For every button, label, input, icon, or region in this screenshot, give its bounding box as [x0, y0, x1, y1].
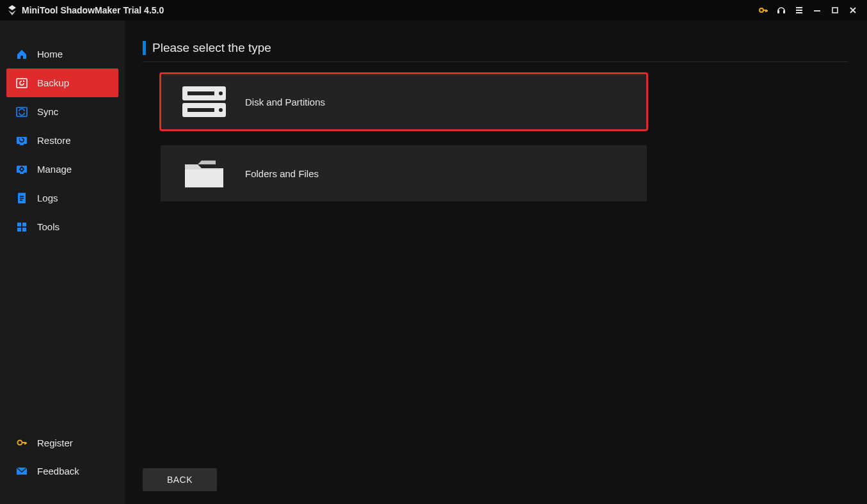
back-button-label: BACK — [167, 475, 193, 485]
sync-icon — [15, 106, 28, 118]
folder-icon — [179, 155, 230, 191]
disk-icon — [179, 84, 230, 120]
menu-icon[interactable] — [790, 1, 808, 19]
option-folders-and-files[interactable]: Folders and Files — [161, 145, 647, 201]
option-label: Disk and Partitions — [245, 97, 325, 107]
sidebar-item-logs[interactable]: Logs — [6, 184, 118, 212]
sidebar-item-label: Feedback — [37, 466, 79, 476]
sidebar-item-label: Home — [37, 49, 63, 59]
svg-rect-2 — [783, 10, 785, 13]
sidebar-item-tools[interactable]: Tools — [6, 212, 118, 241]
svg-rect-24 — [185, 169, 223, 187]
sidebar-item-home[interactable]: Home — [6, 40, 118, 68]
sidebar-item-manage[interactable]: Manage — [6, 155, 118, 184]
page-title-row: Please select the type — [143, 41, 848, 62]
svg-rect-9 — [20, 173, 24, 174]
svg-rect-15 — [22, 228, 26, 232]
app-logo-icon — [6, 4, 18, 16]
manage-icon — [15, 163, 28, 176]
option-label: Folders and Files — [245, 168, 319, 179]
mail-icon — [15, 464, 28, 477]
back-button[interactable]: BACK — [143, 468, 217, 491]
content-area: Please select the type Disk and Partitio… — [125, 20, 867, 504]
sidebar-item-feedback[interactable]: Feedback — [6, 457, 118, 485]
svg-point-23 — [219, 108, 223, 112]
logs-icon — [15, 192, 28, 205]
sidebar-item-label: Sync — [37, 106, 58, 117]
sidebar-item-register[interactable]: Register — [6, 429, 118, 457]
svg-point-22 — [219, 91, 223, 95]
sidebar-item-restore[interactable]: Restore — [6, 126, 118, 155]
page-title: Please select the type — [152, 41, 271, 55]
sidebar-item-label: Logs — [37, 193, 58, 203]
svg-rect-7 — [20, 144, 24, 145]
title-accent — [143, 41, 146, 55]
sidebar-item-label: Restore — [37, 135, 71, 146]
minimize-button[interactable] — [808, 1, 826, 19]
sidebar: Home Backup — [0, 20, 125, 504]
svg-rect-4 — [17, 79, 27, 88]
app-title: MiniTool ShadowMaker Trial 4.5.0 — [22, 5, 164, 15]
restore-icon — [15, 134, 28, 147]
maximize-button[interactable] — [826, 1, 844, 19]
svg-point-16 — [18, 441, 22, 445]
sidebar-item-sync[interactable]: Sync — [6, 97, 118, 126]
svg-rect-3 — [832, 8, 838, 13]
headset-icon[interactable] — [772, 1, 790, 19]
sidebar-item-label: Backup — [37, 77, 69, 88]
backup-icon — [15, 77, 28, 90]
close-button[interactable] — [844, 1, 862, 19]
sidebar-item-label: Manage — [37, 164, 72, 175]
home-icon — [15, 48, 28, 61]
sidebar-item-label: Tools — [37, 221, 60, 232]
svg-rect-1 — [777, 10, 779, 13]
svg-rect-20 — [187, 91, 214, 95]
svg-rect-21 — [187, 108, 214, 112]
key-icon — [15, 436, 28, 449]
key-icon[interactable] — [754, 1, 772, 19]
svg-rect-13 — [22, 223, 26, 226]
tools-icon — [15, 221, 28, 233]
svg-rect-12 — [17, 223, 21, 226]
option-disk-and-partitions[interactable]: Disk and Partitions — [161, 74, 647, 130]
sidebar-item-backup[interactable]: Backup — [6, 68, 118, 97]
svg-rect-14 — [17, 228, 21, 232]
title-bar: MiniTool ShadowMaker Trial 4.5.0 — [0, 0, 867, 20]
sidebar-item-label: Register — [37, 437, 73, 448]
